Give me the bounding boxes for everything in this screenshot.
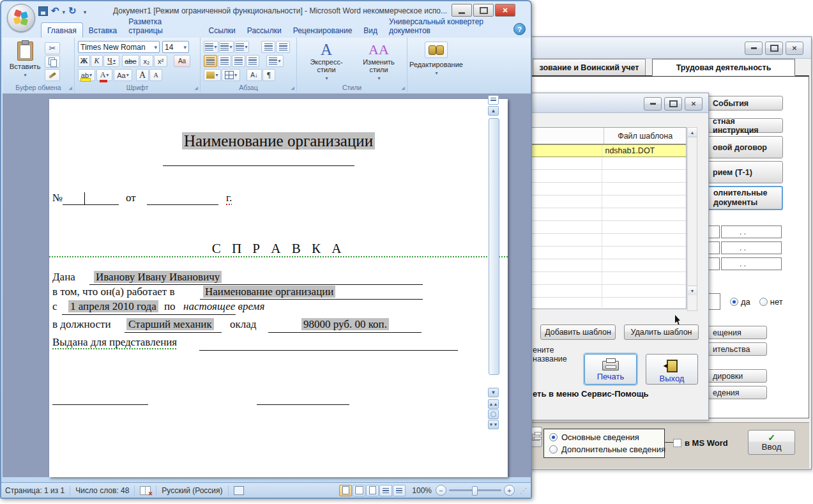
document-page[interactable]: Наименование организации № от г. С П Р А… xyxy=(49,99,508,477)
save-icon[interactable] xyxy=(38,6,48,16)
underline-button[interactable]: Ч xyxy=(103,55,119,67)
qat-customize-icon[interactable] xyxy=(84,5,87,17)
redo-icon[interactable] xyxy=(68,5,77,17)
close-icon[interactable] xyxy=(786,42,803,55)
change-case-button[interactable]: Aa xyxy=(114,69,132,81)
format-painter-button[interactable] xyxy=(45,69,60,81)
delete-template-button[interactable]: Удалить шаблон xyxy=(624,325,699,340)
scrollbar-thumb[interactable] xyxy=(489,118,499,375)
undo-dropdown-icon[interactable] xyxy=(63,5,66,17)
increase-indent-button[interactable] xyxy=(276,41,290,53)
line-spacing-button[interactable] xyxy=(266,55,284,67)
draft-view-icon[interactable] xyxy=(393,485,406,496)
clear-formatting-button[interactable]: Aa xyxy=(174,55,190,67)
tab-page-layout[interactable]: Разметка страницы xyxy=(123,14,202,38)
copy-button[interactable] xyxy=(45,56,60,68)
radio-yes[interactable] xyxy=(730,298,738,306)
enter-button[interactable]: ✓ Ввод xyxy=(748,430,795,455)
paste-button[interactable]: Вставить xyxy=(9,41,41,84)
hiring-t1-button[interactable]: рием (Т-1) xyxy=(707,161,783,183)
next-page-icon[interactable] xyxy=(488,420,499,429)
macro-record-icon[interactable] xyxy=(234,486,244,495)
maximize-icon[interactable] xyxy=(765,42,783,55)
align-center-button[interactable] xyxy=(218,55,231,67)
page-indicator[interactable]: Страница: 1 из 1 xyxy=(5,486,65,495)
add-template-button[interactable]: Добавить шаблон xyxy=(540,325,616,340)
undo-icon[interactable] xyxy=(51,5,59,17)
person-field[interactable]: Иванову Ивану Ивановичу xyxy=(94,271,222,284)
language-indicator[interactable]: Русский (Россия) xyxy=(162,486,222,495)
table-scrollbar[interactable] xyxy=(687,127,697,311)
minimize-icon[interactable] xyxy=(745,42,763,55)
tab-home[interactable]: Главная xyxy=(41,22,83,38)
dialog-launcher-icon[interactable] xyxy=(402,86,405,91)
dialog-launcher-icon[interactable] xyxy=(69,86,72,91)
tab-view[interactable]: Вид xyxy=(358,23,383,38)
details-button[interactable]: едения xyxy=(707,386,767,399)
align-right-button[interactable] xyxy=(232,55,245,67)
date-to-field[interactable]: настоящее время xyxy=(183,300,264,313)
scroll-down-icon[interactable] xyxy=(488,388,499,397)
print-layout-view-icon[interactable] xyxy=(339,485,352,496)
date-field-2[interactable]: . . xyxy=(721,241,782,254)
ruler-toggle-icon[interactable] xyxy=(488,95,499,105)
font-size-combo[interactable]: 14 xyxy=(162,41,189,53)
font-color-button[interactable]: А xyxy=(96,69,112,81)
borders-button[interactable] xyxy=(222,69,240,81)
bold-button[interactable]: Ж xyxy=(78,55,90,67)
select-browse-object-icon[interactable] xyxy=(488,409,499,419)
residence-button[interactable]: ительства xyxy=(707,342,767,356)
decrease-indent-button[interactable] xyxy=(261,41,275,53)
office-button[interactable] xyxy=(7,4,35,32)
close-icon[interactable] xyxy=(685,97,703,111)
zoom-in-icon[interactable]: + xyxy=(504,485,515,496)
print-button[interactable]: Печать xyxy=(584,354,637,385)
minimize-icon[interactable] xyxy=(644,97,662,111)
date-field-3[interactable]: . . xyxy=(721,257,782,270)
tab-education-military[interactable]: зование и Воинский учет xyxy=(533,59,646,76)
change-styles-button[interactable]: АA Изменить стили xyxy=(353,41,404,83)
web-layout-view-icon[interactable] xyxy=(366,485,379,496)
salary-field[interactable]: 98000 руб. 00 коп. xyxy=(301,318,389,331)
justify-button[interactable] xyxy=(246,55,259,67)
tab-review[interactable]: Рецензирование xyxy=(287,23,358,38)
dialog-launcher-icon[interactable] xyxy=(195,86,198,91)
outline-view-icon[interactable] xyxy=(379,485,392,496)
shrink-font-button[interactable]: А xyxy=(149,69,162,81)
italic-button[interactable]: К xyxy=(91,55,103,67)
tab-doc-converter[interactable]: Универсальный конвертер документов xyxy=(383,14,531,38)
radio-no[interactable] xyxy=(759,298,768,306)
font-name-combo[interactable]: Times New Roman xyxy=(78,41,160,53)
scroll-up-icon[interactable] xyxy=(488,106,499,116)
additional-documents-button[interactable]: олнительные документы xyxy=(707,186,783,210)
scroll-down-icon[interactable] xyxy=(688,286,697,295)
zoom-level[interactable]: 100% xyxy=(412,486,432,495)
ms-word-checkbox[interactable] xyxy=(673,439,681,447)
labor-contract-button[interactable]: овой договор xyxy=(707,136,783,158)
quick-styles-button[interactable]: A Экспресс-стили xyxy=(301,41,352,83)
vertical-scrollbar[interactable] xyxy=(488,95,499,476)
zoom-slider[interactable] xyxy=(449,489,501,491)
multilevel-list-button[interactable] xyxy=(234,41,249,53)
spellcheck-icon[interactable] xyxy=(140,486,151,495)
sort-button[interactable]: А↓ xyxy=(247,69,262,81)
maximize-icon[interactable] xyxy=(664,97,682,111)
tab-references[interactable]: Ссылки xyxy=(203,23,241,38)
position-field[interactable]: Старший механик xyxy=(126,318,214,331)
job-instruction-button[interactable]: стная инструкция xyxy=(707,118,783,133)
numbering-button[interactable] xyxy=(219,41,234,53)
grow-font-button[interactable]: А xyxy=(136,69,149,81)
org-field[interactable]: Наименование организации xyxy=(203,286,335,298)
relocations-button[interactable]: ещения xyxy=(707,326,767,339)
exit-button[interactable]: Выход xyxy=(646,354,698,385)
zoom-slider-thumb[interactable] xyxy=(472,486,478,496)
resize-grip-icon[interactable] xyxy=(520,486,527,495)
editing-button[interactable]: Редактирование xyxy=(411,41,461,83)
radio-main-info[interactable] xyxy=(549,433,558,441)
align-left-button[interactable] xyxy=(204,55,217,67)
paste-dropdown-icon[interactable] xyxy=(23,70,26,78)
date-from-field[interactable]: 1 апреля 2010 года xyxy=(68,300,158,313)
cut-button[interactable] xyxy=(45,42,60,54)
radio-extra-info[interactable] xyxy=(549,445,558,454)
dialog-launcher-icon[interactable] xyxy=(291,86,294,91)
